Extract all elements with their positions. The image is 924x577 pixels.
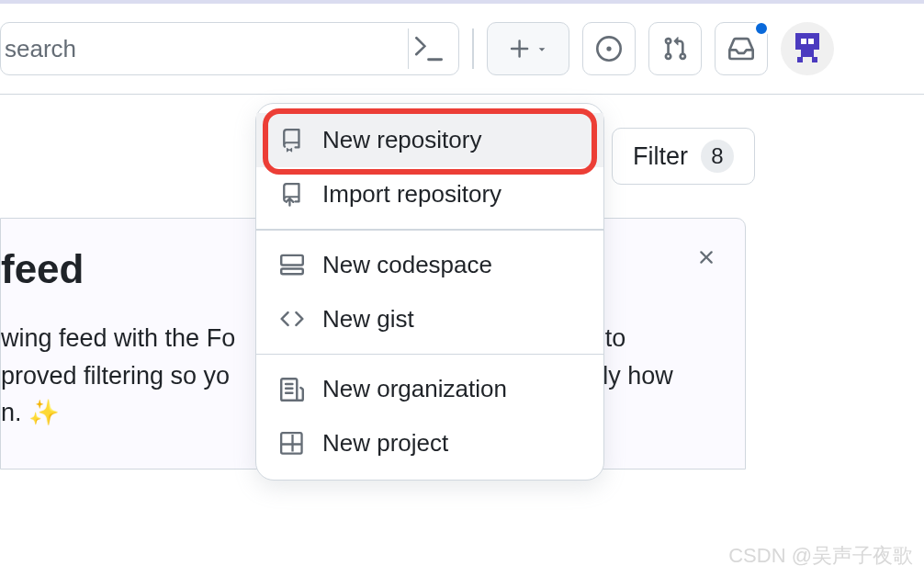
- menu-label: New codespace: [322, 251, 492, 279]
- svg-rect-0: [795, 33, 819, 50]
- menu-separator: [256, 229, 603, 231]
- menu-label: New organization: [322, 375, 507, 403]
- menu-separator: [256, 354, 603, 356]
- filter-button[interactable]: Filter 8: [612, 128, 755, 185]
- code-icon: [278, 305, 306, 333]
- avatar-icon: [784, 26, 830, 72]
- search-box[interactable]: [0, 22, 459, 75]
- svg-rect-4: [797, 57, 803, 62]
- menu-new-gist[interactable]: New gist: [256, 292, 603, 346]
- notifications-wrap: [715, 22, 768, 75]
- menu-new-codespace[interactable]: New codespace: [256, 238, 603, 292]
- command-palette-icon[interactable]: [409, 28, 449, 69]
- svg-rect-3: [801, 50, 814, 57]
- menu-new-project[interactable]: New project: [256, 416, 603, 470]
- divider: [472, 28, 474, 69]
- issues-button[interactable]: [582, 22, 636, 75]
- caret-down-icon: [535, 42, 548, 55]
- header: [0, 4, 924, 95]
- close-icon[interactable]: [695, 246, 717, 268]
- menu-label: New repository: [322, 126, 481, 154]
- pull-requests-button[interactable]: [648, 22, 702, 75]
- notification-indicator: [753, 20, 770, 37]
- menu-label: New project: [322, 429, 448, 458]
- organization-icon: [278, 376, 306, 403]
- avatar[interactable]: [781, 22, 834, 75]
- menu-import-repository[interactable]: Import repository: [256, 167, 603, 221]
- watermark: CSDN @吴声子夜歌: [728, 542, 913, 570]
- menu-label: Import repository: [322, 180, 501, 209]
- svg-rect-2: [808, 39, 814, 44]
- plus-icon: [508, 37, 532, 61]
- menu-new-repository[interactable]: New repository: [256, 113, 603, 167]
- search-input[interactable]: [1, 35, 408, 63]
- create-new-dropdown: New repository Import repository New cod…: [255, 103, 604, 481]
- repo-icon: [278, 127, 306, 154]
- menu-label: New gist: [322, 305, 414, 334]
- project-icon: [278, 430, 306, 458]
- issue-icon: [596, 36, 622, 62]
- menu-new-organization[interactable]: New organization: [256, 362, 603, 416]
- filter-label: Filter: [633, 142, 688, 171]
- svg-rect-5: [812, 57, 817, 62]
- inbox-icon: [728, 36, 754, 62]
- pull-request-icon: [662, 36, 688, 62]
- codespace-icon: [278, 251, 306, 278]
- create-new-button[interactable]: [487, 22, 569, 75]
- repo-push-icon: [278, 181, 306, 209]
- svg-rect-1: [801, 39, 806, 44]
- filter-count-badge: 8: [701, 140, 734, 173]
